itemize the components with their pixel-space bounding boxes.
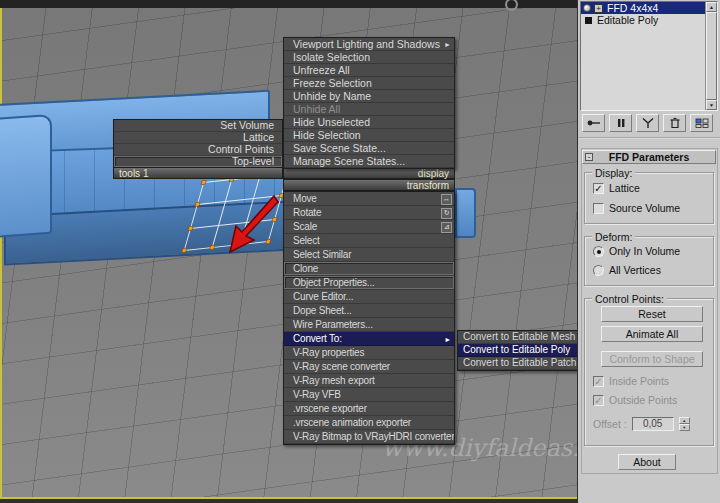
menu-item-curve-editor[interactable]: Curve Editor... <box>284 290 454 304</box>
bars-icon <box>613 117 629 129</box>
display-group: Display: ✓ Lattice Source Volume <box>584 172 714 224</box>
menu-item-label: Viewport Lighting and Shadows <box>293 38 440 50</box>
menu-item-object-properties[interactable]: Object Properties... <box>284 276 454 290</box>
menu-item-convert-editable-patch[interactable]: Convert to Editable Patch <box>458 357 577 370</box>
rotate-icon[interactable]: ↻ <box>441 208 452 219</box>
outside-points-checkbox-row: ✓ Outside Points <box>593 394 677 406</box>
offset-field[interactable]: 0,05 <box>632 417 674 431</box>
configure-modifier-sets-button[interactable] <box>690 114 713 132</box>
scrollbar-thumb[interactable] <box>706 12 717 100</box>
trash-icon <box>667 117 683 129</box>
menu-item-convert-to[interactable]: Convert To: ► <box>284 332 454 346</box>
about-button[interactable]: About <box>618 454 676 470</box>
rollout-title: FFD Parameters <box>609 151 690 163</box>
source-volume-checkbox[interactable] <box>593 203 604 214</box>
menu-item-scale[interactable]: Scale ⊿ <box>284 220 454 234</box>
animate-all-button[interactable]: Animate All <box>601 326 703 342</box>
lattice-checkbox[interactable]: ✓ <box>593 183 604 194</box>
menu-item-convert-editable-poly[interactable]: Convert to Editable Poly <box>458 344 577 357</box>
offset-row: Offset : 0,05 ▲ ▼ <box>593 417 690 431</box>
scroll-up-icon[interactable]: ▲ <box>706 2 717 12</box>
group-title: Deform: <box>592 231 635 243</box>
menu-item-clone[interactable]: Clone <box>284 262 454 276</box>
sofa-armrest-mesh[interactable] <box>0 114 52 238</box>
menu-item-convert-editable-mesh[interactable]: Convert to Editable Mesh <box>458 331 577 344</box>
quad-menu-tools: Set Volume Lattice Control Points Top-le… <box>113 119 283 169</box>
offset-spinner[interactable]: ▲ ▼ <box>679 417 690 431</box>
expand-plus-icon[interactable]: + <box>594 4 603 13</box>
stack-toolbar <box>582 114 718 132</box>
menu-item-label: Scale <box>293 221 317 232</box>
menu-item-freeze-selection[interactable]: Freeze Selection <box>284 77 454 90</box>
command-panel: + FFD 4x4x4 Editable Poly ▲ ▼ <box>577 0 720 503</box>
menu-item-vrscene-exporter[interactable]: .vrscene exporter <box>284 402 454 416</box>
modifier-square-icon <box>585 17 592 24</box>
viewport[interactable]: www.diyfaldeas.com Set Volume Lattice Co… <box>0 0 577 497</box>
menu-item-vray-vfb[interactable]: V-Ray VFB <box>284 388 454 402</box>
viewport-active-border <box>0 497 577 503</box>
all-vertices-radio[interactable] <box>593 265 604 276</box>
control-points-group: Control Points: Reset Animate All Confor… <box>584 298 714 446</box>
menu-item-save-scene-state[interactable]: Save Scene State... <box>284 142 454 155</box>
outside-points-checkbox: ✓ <box>593 395 604 406</box>
group-title: Display: <box>592 167 635 179</box>
pin-stack-button[interactable] <box>582 114 605 132</box>
menu-item-unhide-by-name[interactable]: Unhide by Name <box>284 90 454 103</box>
source-volume-checkbox-row[interactable]: Source Volume <box>593 202 680 214</box>
collapse-minus-icon[interactable]: - <box>585 153 593 161</box>
stack-scrollbar[interactable]: ▲ ▼ <box>705 2 717 110</box>
quad-menu-transform: Move ↔ Rotate ↻ Scale ⊿ Select Select Si… <box>283 191 455 445</box>
stack-item-label: FFD 4x4x4 <box>607 2 658 14</box>
scale-icon[interactable]: ⊿ <box>441 222 452 233</box>
spinner-up-icon[interactable]: ▲ <box>679 417 690 424</box>
menu-item-vray-properties[interactable]: V-Ray properties <box>284 346 454 360</box>
radio-dot-icon <box>597 250 601 254</box>
panel-divider <box>578 137 720 139</box>
modifier-stack-list[interactable]: + FFD 4x4x4 Editable Poly ▲ ▼ <box>580 1 718 111</box>
menu-item-unfreeze-all[interactable]: Unfreeze All <box>284 64 454 77</box>
checkbox-label: Lattice <box>609 182 640 194</box>
rollout-header[interactable]: - FFD Parameters <box>582 150 716 164</box>
make-unique-button[interactable] <box>636 114 659 132</box>
menu-item-viewport-lighting[interactable]: Viewport Lighting and Shadows ► <box>284 38 454 51</box>
menu-item-hide-unselected[interactable]: Hide Unselected <box>284 116 454 129</box>
menu-item-unhide-all: Unhide All <box>284 103 454 116</box>
transform-gizmo-arrow[interactable] <box>228 194 280 256</box>
menu-item-vray-scene-converter[interactable]: V-Ray scene converter <box>284 360 454 374</box>
menu-item-isolate-selection[interactable]: Isolate Selection <box>284 51 454 64</box>
checkbox-label: Outside Points <box>609 394 677 406</box>
menu-item-select-similar[interactable]: Select Similar <box>284 248 454 262</box>
bulb-icon[interactable] <box>583 4 591 12</box>
conform-to-shape-button: Conform to Shape <box>601 351 703 367</box>
menu-item-move[interactable]: Move ↔ <box>284 192 454 206</box>
viewport-top-toolbar-strip <box>0 0 577 8</box>
menu-item-hide-selection[interactable]: Hide Selection <box>284 129 454 142</box>
sofa-right-end-mesh[interactable] <box>455 188 476 238</box>
menu-item-vray-bitmap-converter[interactable]: V-Ray Bitmap to VRayHDRI converter <box>284 430 454 444</box>
menu-item-select[interactable]: Select <box>284 234 454 248</box>
checkbox-label: Source Volume <box>609 202 680 214</box>
menu-item-vray-mesh-export[interactable]: V-Ray mesh export <box>284 374 454 388</box>
menu-item-wire-parameters[interactable]: Wire Parameters... <box>284 318 454 332</box>
menu-item-vrscene-animation-exporter[interactable]: .vrscene animation exporter <box>284 416 454 430</box>
group-title: Control Points: <box>592 293 667 305</box>
reset-button[interactable]: Reset <box>601 306 703 322</box>
checkbox-label: Inside Points <box>609 375 669 387</box>
submenu-arrow-icon: ► <box>444 39 451 51</box>
all-vertices-radio-row[interactable]: All Vertices <box>593 264 661 276</box>
spinner-down-icon[interactable]: ▼ <box>679 424 690 431</box>
menu-item-dope-sheet[interactable]: Dope Sheet... <box>284 304 454 318</box>
scroll-down-icon[interactable]: ▼ <box>706 100 717 110</box>
stack-item-editable-poly[interactable]: Editable Poly <box>581 14 717 26</box>
remove-modifier-button[interactable] <box>663 114 686 132</box>
radio-label: Only In Volume <box>609 245 680 257</box>
move-icon[interactable]: ↔ <box>441 194 452 205</box>
menu-item-rotate[interactable]: Rotate ↻ <box>284 206 454 220</box>
show-end-result-button[interactable] <box>609 114 632 132</box>
only-in-volume-radio[interactable] <box>593 246 604 257</box>
inside-points-checkbox: ✓ <box>593 376 604 387</box>
lattice-checkbox-row[interactable]: ✓ Lattice <box>593 182 640 194</box>
stack-item-ffd[interactable]: + FFD 4x4x4 <box>581 2 717 14</box>
menu-item-manage-scene-states[interactable]: Manage Scene States... <box>284 155 454 168</box>
only-in-volume-radio-row[interactable]: Only In Volume <box>593 245 680 257</box>
